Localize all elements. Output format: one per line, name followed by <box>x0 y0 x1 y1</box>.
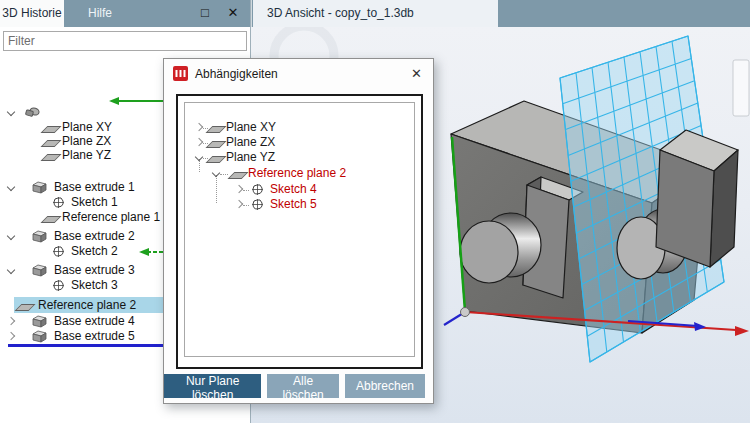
tree-item-label: Base extrude 2 <box>54 229 135 244</box>
plane-icon <box>206 156 227 163</box>
tree-item-label: Base extrude 4 <box>54 314 135 329</box>
dep-item-plane-yz[interactable]: Plane YZ <box>185 150 414 165</box>
dep-item-label: Plane XY <box>226 120 276 135</box>
chevron-right-icon[interactable] <box>235 200 243 208</box>
plane-icon <box>41 154 62 161</box>
close-icon[interactable]: ✕ <box>411 59 422 89</box>
chevron-down-icon[interactable] <box>195 153 203 161</box>
chevron-down-icon[interactable] <box>7 183 15 191</box>
dependency-tree-frame: Plane XY Plane ZX Plane YZ <box>176 94 423 369</box>
tree-item-label: Plane XY <box>62 120 112 135</box>
axis-red-arrowhead <box>735 326 749 336</box>
tab-3d-historie[interactable]: 3D Historie <box>0 0 64 27</box>
dialog-button-row: Nur Plane löschen Alle löschen Abbrechen <box>164 374 425 398</box>
sketch-icon <box>52 279 65 296</box>
dep-item-reference-plane-2[interactable]: Reference plane 2 <box>185 166 414 181</box>
dep-item-label: Sketch 4 <box>270 182 317 197</box>
chevron-right-icon[interactable] <box>235 185 243 193</box>
dialog-titlebar[interactable]: Abhängigkeiten ✕ <box>164 59 433 89</box>
close-icon[interactable]: ✕ <box>222 0 244 27</box>
cancel-button[interactable]: Abbrechen <box>345 374 425 398</box>
dep-item-label: Plane ZX <box>226 135 275 150</box>
dependencies-dialog: Abhängigkeiten ✕ Plane XY Plane ZX <box>163 58 434 404</box>
plane-icon <box>41 126 62 133</box>
chevron-right-icon[interactable] <box>195 138 203 146</box>
tree-item-label: Sketch 2 <box>71 244 118 259</box>
chevron-down-icon[interactable] <box>7 266 15 274</box>
plane-icon <box>206 141 227 148</box>
sketch-icon <box>251 198 264 215</box>
maximize-icon[interactable]: □ <box>194 0 216 27</box>
dialog-title: Abhängigkeiten <box>195 59 278 89</box>
chevron-down-icon[interactable] <box>212 169 220 177</box>
tree-item-label: Plane YZ <box>62 148 111 163</box>
delete-all-button[interactable]: Alle löschen <box>267 374 339 398</box>
filter-input[interactable] <box>3 31 247 51</box>
tree-item-label: Base extrude 1 <box>54 180 135 195</box>
tree-item-label: Reference plane 2 <box>38 298 136 313</box>
dep-item-label: Reference plane 2 <box>248 166 346 181</box>
tab-hilfe[interactable]: Hilfe <box>64 0 136 27</box>
dep-item-plane-zx[interactable]: Plane ZX <box>185 135 414 150</box>
history-panel-tabbar: 3D Historie Hilfe □ ✕ <box>0 0 250 27</box>
chevron-right-icon[interactable] <box>195 123 203 131</box>
dep-item-label: Plane YZ <box>226 150 275 165</box>
insertion-indicator-line <box>8 344 163 347</box>
app-logo-icon <box>173 66 188 81</box>
tree-item-label: Base extrude 3 <box>54 263 135 278</box>
dep-item-label: Sketch 5 <box>270 197 317 212</box>
cad-application-window: 3D Historie Hilfe □ ✕ Plane XY Plane ZX <box>0 0 750 423</box>
faded-panel-edge <box>733 60 749 116</box>
tree-item-label: Sketch 1 <box>71 195 118 210</box>
dep-item-sketch-4[interactable]: Sketch 4 <box>185 182 414 197</box>
chevron-down-icon[interactable] <box>7 232 15 240</box>
tree-item-label: Reference plane 1 <box>62 210 160 225</box>
tree-item-label: Sketch 3 <box>71 278 118 293</box>
dep-item-plane-xy[interactable]: Plane XY <box>185 120 414 135</box>
plane-icon <box>206 126 227 133</box>
axis-blue-arrowhead <box>694 322 706 331</box>
chevron-right-icon[interactable] <box>7 317 15 325</box>
view-tabbar: 3D Ansicht - copy_to_1.3db <box>251 0 750 27</box>
sketch-icon <box>52 245 65 262</box>
chevron-right-icon[interactable] <box>7 332 15 340</box>
plane-icon <box>228 172 249 179</box>
delete-plane-only-button[interactable]: Nur Plane löschen <box>164 374 261 398</box>
chevron-down-icon[interactable] <box>7 108 15 116</box>
dep-item-sketch-5[interactable]: Sketch 5 <box>185 197 414 212</box>
plane-icon <box>41 140 62 147</box>
tab-3d-ansicht[interactable]: 3D Ansicht - copy_to_1.3db <box>253 0 498 27</box>
origin-point <box>461 308 470 317</box>
plane-icon <box>41 216 62 223</box>
tree-item-label: Base extrude 5 <box>54 329 135 344</box>
plane-icon <box>15 304 36 311</box>
dependency-tree: Plane XY Plane ZX Plane YZ <box>184 102 415 357</box>
tree-item-label: Plane ZX <box>62 134 111 149</box>
model-boss-right[interactable] <box>656 130 738 267</box>
